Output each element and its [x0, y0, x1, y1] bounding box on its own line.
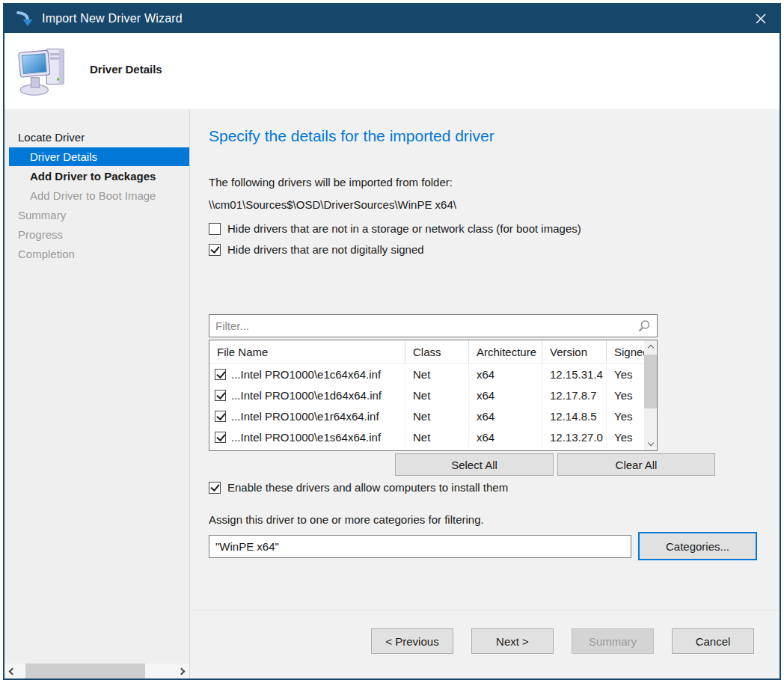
scroll-up-button[interactable]	[644, 340, 657, 353]
cell-architecture: x64	[469, 405, 542, 426]
wizard-content: Specify the details for the imported dri…	[190, 109, 780, 679]
chevron-up-icon	[647, 345, 653, 351]
cell-version: 12.13.27.0	[542, 426, 607, 447]
sidebar-item-add-driver-to-packages[interactable]: Add Driver to Packages	[9, 167, 189, 186]
cell-file-name: ...Intel PRO1000\e1r64x64.inf	[231, 410, 379, 423]
search-icon	[637, 319, 651, 333]
hide-unsigned-checkbox[interactable]	[209, 244, 221, 256]
cell-class: Net	[405, 385, 469, 405]
cell-architecture: x64	[469, 426, 542, 447]
scroll-down-button[interactable]	[644, 438, 657, 450]
hide-unsigned-label: Hide drivers that are not digitally sign…	[227, 243, 424, 256]
scroll-left-button[interactable]	[4, 664, 18, 679]
wizard-window: Import New Driver Wizard	[3, 3, 781, 680]
categories-input[interactable]	[209, 535, 631, 558]
categories-button[interactable]: Categories...	[638, 532, 757, 560]
driver-list-block: File Name Class Architecture Version Sig…	[209, 314, 658, 476]
table-vertical-scrollbar[interactable]	[644, 340, 657, 450]
cell-file-name: ...Intel PRO1000\e1c64x64.inf	[231, 368, 381, 381]
scroll-right-button[interactable]	[176, 664, 189, 679]
table-row[interactable]: ...Intel PRO1000\e1d64x64.inf Net x64 12…	[209, 385, 644, 405]
column-header-signed[interactable]: Signed	[607, 340, 649, 363]
table-row[interactable]: ...Intel PRO1000\e1c64x64.inf Net x64 12…	[209, 364, 644, 385]
sidebar-item-add-driver-to-boot-image[interactable]: Add Driver to Boot Image	[9, 186, 189, 205]
cell-file-name: ...Intel PRO1000\e1d64x64.inf	[231, 389, 382, 402]
cell-class: Net	[405, 426, 469, 447]
enable-drivers-checkbox[interactable]	[209, 482, 221, 494]
scrollbar-thumb[interactable]	[644, 355, 657, 408]
sidebar-item-summary[interactable]: Summary	[9, 206, 189, 224]
cell-file-name: ...Intel PRO1000\e1s64x64.inf	[231, 431, 381, 444]
cell-architecture: x64	[469, 364, 542, 385]
sidebar-item-completion[interactable]: Completion	[9, 245, 189, 263]
page-title: Driver Details	[90, 63, 162, 76]
computer-icon	[18, 43, 70, 99]
titlebar: Import New Driver Wizard	[4, 4, 780, 33]
wizard-arrow-icon	[15, 10, 33, 28]
column-header-version[interactable]: Version	[542, 340, 607, 363]
wizard-body: Locate Driver Driver Details Add Driver …	[4, 109, 780, 679]
hide-storage-network-label: Hide drivers that are not in a storage o…	[227, 222, 581, 235]
filter-box	[209, 314, 658, 337]
summary-button: Summary	[572, 628, 654, 654]
cancel-button[interactable]: Cancel	[672, 628, 754, 654]
previous-button[interactable]: < Previous	[371, 628, 453, 654]
cell-signed: Yes	[607, 405, 644, 426]
window-title: Import New Driver Wizard	[42, 12, 183, 25]
hide-storage-network-row: Hide drivers that are not in a storage o…	[209, 222, 780, 235]
chevron-down-icon	[647, 440, 653, 446]
close-button[interactable]	[742, 4, 780, 33]
select-clear-row: Select All Clear All	[209, 453, 714, 476]
driver-table: File Name Class Architecture Version Sig…	[209, 340, 658, 451]
hide-unsigned-row: Hide drivers that are not digitally sign…	[209, 243, 780, 256]
wizard-footer: < Previous Next > Summary Cancel	[190, 610, 780, 679]
screenshot-root: Import New Driver Wizard	[0, 0, 784, 683]
chevron-left-icon	[9, 667, 16, 675]
row-checkbox[interactable]	[215, 411, 226, 422]
column-header-file-name[interactable]: File Name	[209, 340, 405, 363]
import-folder-path: \\cm01\Sources$\OSD\DriverSources\WinPE …	[209, 198, 780, 211]
next-button[interactable]: Next >	[471, 628, 554, 654]
enable-drivers-row: Enable these drivers and allow computers…	[209, 481, 780, 494]
column-header-class[interactable]: Class	[405, 340, 469, 363]
scrollbar-track[interactable]	[18, 664, 176, 679]
select-all-button[interactable]: Select All	[395, 453, 554, 476]
sidebar-item-locate-driver[interactable]: Locate Driver	[9, 128, 189, 147]
chevron-right-icon	[178, 667, 186, 675]
cell-version: 12.15.31.4	[542, 364, 607, 385]
filter-input[interactable]	[215, 319, 637, 332]
table-row[interactable]: ...Intel PRO1000\e1s64x64.inf Net x64 12…	[209, 426, 644, 447]
table-row[interactable]: ...Intel PRO1000\e1r64x64.inf Net x64 12…	[209, 405, 644, 426]
clear-all-button[interactable]: Clear All	[557, 453, 715, 476]
close-icon	[755, 13, 767, 25]
driver-table-body: ...Intel PRO1000\e1c64x64.inf Net x64 12…	[209, 364, 644, 450]
wizard-header: Driver Details	[4, 33, 780, 109]
categories-row: Categories...	[209, 532, 780, 560]
cell-version: 12.14.8.5	[542, 405, 607, 426]
enable-drivers-label: Enable these drivers and allow computers…	[227, 481, 508, 494]
scrollbar-thumb[interactable]	[25, 664, 145, 679]
import-intro-text: The following drivers will be imported f…	[209, 176, 780, 189]
cell-signed: Yes	[607, 385, 644, 405]
cell-version: 12.17.8.7	[542, 385, 607, 405]
cell-signed: Yes	[607, 426, 644, 447]
sidebar-item-driver-details[interactable]: Driver Details	[9, 147, 189, 166]
wizard-steps-sidebar: Locate Driver Driver Details Add Driver …	[4, 109, 190, 679]
cell-architecture: x64	[469, 385, 542, 405]
driver-table-header: File Name Class Architecture Version Sig…	[209, 340, 644, 364]
cell-class: Net	[405, 364, 469, 385]
content-area: Specify the details for the imported dri…	[190, 109, 780, 610]
sidebar-item-progress[interactable]: Progress	[9, 225, 189, 244]
cell-signed: Yes	[607, 364, 644, 385]
scrollbar-track[interactable]	[644, 353, 657, 438]
hide-storage-network-checkbox[interactable]	[209, 223, 221, 235]
content-heading: Specify the details for the imported dri…	[209, 127, 780, 145]
row-checkbox[interactable]	[215, 432, 226, 443]
column-header-architecture[interactable]: Architecture	[469, 340, 542, 363]
row-checkbox[interactable]	[215, 369, 226, 380]
cell-class: Net	[405, 405, 469, 426]
row-checkbox[interactable]	[215, 390, 226, 401]
assign-categories-label: Assign this driver to one or more catego…	[209, 513, 780, 526]
sidebar-horizontal-scrollbar[interactable]	[4, 664, 189, 679]
